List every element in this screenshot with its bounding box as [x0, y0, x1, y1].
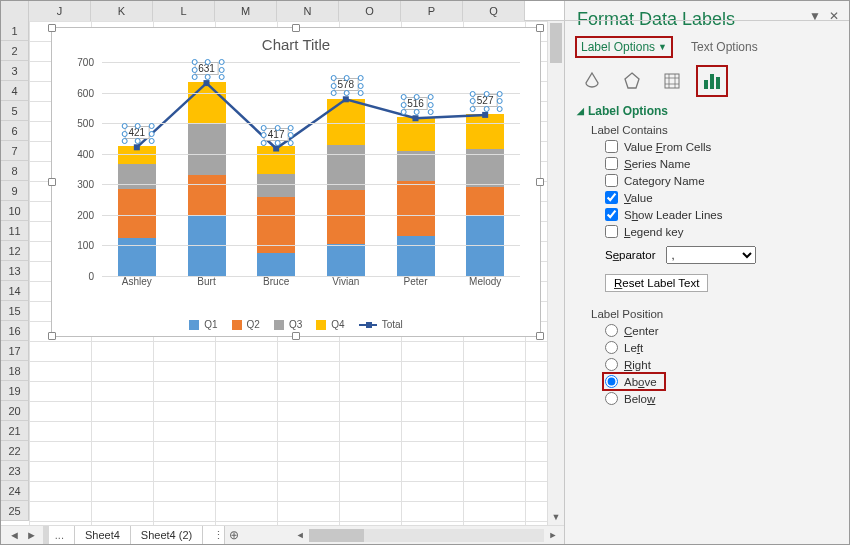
x-axis-label[interactable]: Burt — [172, 276, 242, 292]
col-header[interactable]: Q — [463, 1, 525, 21]
row-header[interactable]: 3 — [1, 61, 29, 81]
row-header[interactable]: 16 — [1, 321, 29, 341]
resize-handle[interactable] — [536, 178, 544, 186]
fill-line-icon[interactable] — [581, 70, 603, 92]
legend-item[interactable]: Q4 — [316, 319, 344, 330]
vertical-scrollbar[interactable]: ▼ — [547, 21, 564, 525]
col-header[interactable]: L — [153, 1, 215, 21]
row-header[interactable]: 20 — [1, 401, 29, 421]
series-name-checkbox[interactable]: Series Name — [605, 157, 839, 170]
scroll-down-arrow[interactable]: ▼ — [548, 508, 564, 525]
col-header[interactable]: J — [29, 1, 91, 21]
nav-prev-icon[interactable]: ◄ — [7, 529, 22, 541]
data-label[interactable]: 631 — [194, 62, 219, 75]
row-header[interactable]: 18 — [1, 361, 29, 381]
position-center-radio[interactable]: Center — [605, 324, 839, 337]
effects-icon[interactable] — [621, 70, 643, 92]
col-header[interactable]: P — [401, 1, 463, 21]
legend-item[interactable]: Q2 — [232, 319, 260, 330]
row-header[interactable]: 17 — [1, 341, 29, 361]
separator-select[interactable]: , — [666, 246, 756, 264]
resize-handle[interactable] — [292, 332, 300, 340]
row-header[interactable]: 22 — [1, 441, 29, 461]
resize-handle[interactable] — [536, 24, 544, 32]
row-header[interactable]: 8 — [1, 161, 29, 181]
col-header[interactable]: M — [215, 1, 277, 21]
label-options-tab[interactable]: Label Options ▼ — [577, 38, 671, 56]
row-header[interactable]: 10 — [1, 201, 29, 221]
position-above-radio[interactable]: Above — [605, 375, 663, 388]
size-properties-icon[interactable] — [661, 70, 683, 92]
chart-x-axis[interactable]: AshleyBurtBruceVivianPeterMelody — [102, 276, 520, 292]
legend-item[interactable]: Total — [359, 319, 403, 330]
scroll-right-arrow[interactable]: ► — [546, 530, 560, 540]
scroll-thumb[interactable] — [309, 529, 364, 542]
row-header[interactable]: 11 — [1, 221, 29, 241]
select-all-corner[interactable] — [1, 1, 29, 21]
legend-item[interactable]: Q1 — [189, 319, 217, 330]
label-options-section-header[interactable]: ◢ Label Options — [577, 104, 839, 118]
sheet-tab-more[interactable]: ... — [45, 526, 75, 545]
chart-y-axis[interactable]: 0100200300400500600700 — [52, 62, 100, 276]
sheet-nav[interactable]: ◄ ► — [1, 529, 45, 541]
horizontal-scrollbar[interactable]: ◄ ► — [243, 529, 564, 542]
chart-object[interactable]: Chart Title 0100200300400500600700 42163… — [51, 27, 541, 337]
row-header[interactable]: 23 — [1, 461, 29, 481]
data-label[interactable]: 516 — [403, 97, 428, 110]
row-header[interactable]: 21 — [1, 421, 29, 441]
nav-next-icon[interactable]: ► — [24, 529, 39, 541]
row-header[interactable]: 15 — [1, 301, 29, 321]
label-options-icon[interactable] — [701, 70, 723, 92]
legend-item[interactable]: Q3 — [274, 319, 302, 330]
sheet-tab[interactable]: Sheet4 — [75, 526, 131, 545]
resize-handle[interactable] — [292, 24, 300, 32]
row-header[interactable]: 14 — [1, 281, 29, 301]
position-left-radio[interactable]: Left — [605, 341, 839, 354]
show-leader-lines-checkbox[interactable]: Show Leader Lines — [605, 208, 839, 221]
col-header[interactable]: K — [91, 1, 153, 21]
row-header[interactable]: 7 — [1, 141, 29, 161]
value-checkbox[interactable]: Value — [605, 191, 839, 204]
legend-key-checkbox[interactable]: Legend key — [605, 225, 839, 238]
x-axis-label[interactable]: Ashley — [102, 276, 172, 292]
category-name-checkbox[interactable]: Category Name — [605, 174, 839, 187]
data-label[interactable]: 417 — [264, 128, 289, 141]
text-options-tab[interactable]: Text Options — [687, 38, 762, 56]
resize-handle[interactable] — [536, 332, 544, 340]
chart-line-series[interactable] — [102, 62, 520, 276]
scroll-thumb[interactable] — [550, 23, 562, 63]
x-axis-label[interactable]: Vivian — [311, 276, 381, 292]
new-sheet-button[interactable]: ⊕ — [225, 528, 243, 542]
sheet-tab[interactable]: Sheet4 (2) — [131, 526, 203, 545]
scroll-left-arrow[interactable]: ◄ — [293, 530, 307, 540]
x-axis-label[interactable]: Peter — [381, 276, 451, 292]
col-header[interactable]: N — [277, 1, 339, 21]
resize-handle[interactable] — [48, 24, 56, 32]
position-right-radio[interactable]: Right — [605, 358, 839, 371]
value-from-cells-checkbox[interactable]: Value From Cells — [605, 140, 839, 153]
chart-plot-area[interactable]: 421631417578516527 — [102, 62, 520, 276]
data-label[interactable]: 527 — [473, 94, 498, 107]
tab-scroll-splitter[interactable] — [43, 526, 49, 544]
row-header[interactable]: 9 — [1, 181, 29, 201]
sheet-tab-overflow[interactable]: ⋮ — [203, 526, 225, 545]
row-header[interactable]: 13 — [1, 261, 29, 281]
position-below-radio[interactable]: Below — [605, 392, 839, 405]
data-label[interactable]: 421 — [124, 126, 149, 139]
worksheet-grid[interactable]: Chart Title 0100200300400500600700 42163… — [29, 21, 559, 526]
row-header[interactable]: 1 — [1, 21, 29, 41]
row-header[interactable]: 2 — [1, 41, 29, 61]
row-header[interactable]: 5 — [1, 101, 29, 121]
x-axis-label[interactable]: Bruce — [241, 276, 311, 292]
col-header[interactable]: O — [339, 1, 401, 21]
row-header[interactable]: 12 — [1, 241, 29, 261]
data-label[interactable]: 578 — [333, 78, 358, 91]
x-axis-label[interactable]: Melody — [450, 276, 520, 292]
resize-handle[interactable] — [48, 332, 56, 340]
row-header[interactable]: 19 — [1, 381, 29, 401]
row-header[interactable]: 25 — [1, 501, 29, 521]
reset-label-text-button[interactable]: Reset Label Text — [605, 274, 708, 292]
row-header[interactable]: 6 — [1, 121, 29, 141]
row-header[interactable]: 4 — [1, 81, 29, 101]
chart-legend[interactable]: Q1Q2Q3Q4Total — [52, 319, 540, 330]
